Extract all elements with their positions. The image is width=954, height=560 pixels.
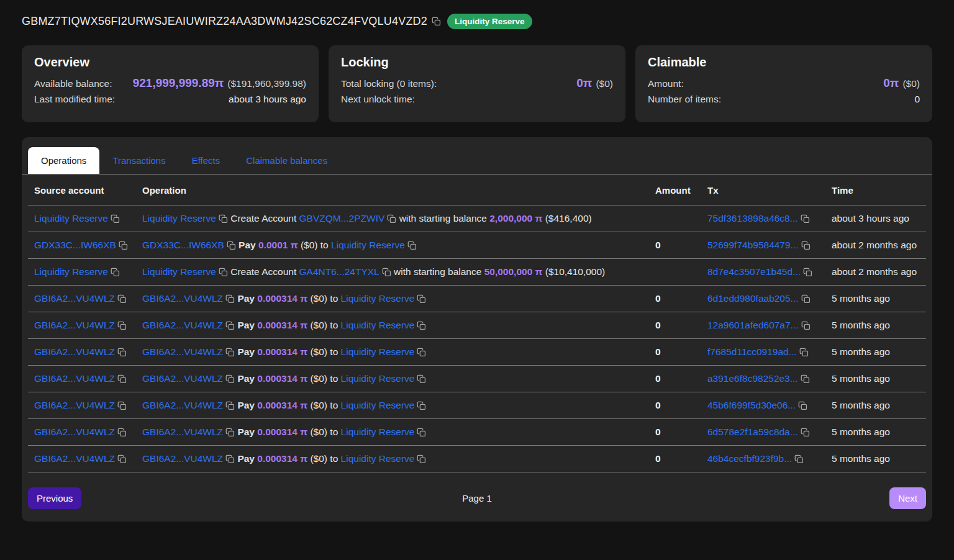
copy-icon[interactable] — [219, 268, 228, 277]
copy-icon[interactable] — [417, 348, 426, 357]
copy-icon[interactable] — [387, 214, 396, 224]
account-link[interactable]: GBI6A2...VU4WLZ — [142, 320, 223, 330]
account-link[interactable]: Liquidity Reserve — [341, 400, 415, 410]
table-row: GBI6A2...VU4WLZGBI6A2...VU4WLZ Pay 0.000… — [28, 286, 926, 312]
available-balance-usd: ($191,960,399.98) — [227, 78, 306, 89]
source-account-link[interactable]: GBI6A2...VU4WLZ — [34, 427, 115, 437]
operation-verb: Pay — [237, 346, 255, 357]
tx-link[interactable]: 52699f74b9584479... — [707, 240, 799, 250]
copy-icon[interactable] — [117, 321, 127, 330]
account-link[interactable]: GDX33C...IW66XB — [142, 240, 224, 250]
tx-link[interactable]: 45b6f699f5d30e06... — [707, 400, 796, 410]
copy-icon[interactable] — [117, 348, 127, 357]
source-account-link[interactable]: Liquidity Reserve — [34, 266, 108, 277]
account-link[interactable]: Liquidity Reserve — [142, 266, 216, 277]
copy-icon[interactable] — [798, 401, 807, 410]
locking-card-title: Locking — [341, 55, 613, 70]
copy-icon[interactable] — [801, 294, 811, 304]
account-link[interactable]: GBI6A2...VU4WLZ — [142, 427, 223, 437]
source-account-cell: GBI6A2...VU4WLZ — [28, 312, 136, 339]
copy-icon[interactable] — [417, 294, 426, 304]
copy-icon[interactable] — [417, 454, 426, 464]
available-balance-value-group: 921,999,999.89π($191,960,399.98) — [133, 76, 306, 90]
source-account-link[interactable]: GBI6A2...VU4WLZ — [34, 346, 115, 357]
copy-icon[interactable] — [227, 241, 236, 250]
account-link[interactable]: Liquidity Reserve — [341, 293, 415, 304]
copy-icon[interactable] — [225, 321, 235, 330]
tab-claimable-balances[interactable]: Claimable balances — [233, 147, 340, 174]
operation-text: ($0) — [310, 400, 327, 410]
tab-effects[interactable]: Effects — [179, 147, 234, 174]
tx-link[interactable]: 8d7e4c3507e1b45d... — [707, 266, 801, 277]
copy-icon[interactable] — [801, 428, 810, 437]
copy-icon[interactable] — [225, 348, 235, 357]
operation-verb: Pay — [237, 400, 255, 410]
copy-icon[interactable] — [382, 268, 391, 277]
copy-icon[interactable] — [417, 374, 426, 384]
copy-icon[interactable] — [417, 428, 426, 437]
source-account-link[interactable]: GBI6A2...VU4WLZ — [34, 373, 115, 384]
tx-link[interactable]: 6d578e2f1a59c8da... — [707, 427, 798, 437]
overview-card-title: Overview — [34, 55, 306, 70]
copy-icon[interactable] — [801, 374, 810, 384]
account-link[interactable]: GBI6A2...VU4WLZ — [142, 346, 223, 357]
copy-icon[interactable] — [225, 428, 235, 437]
copy-icon[interactable] — [801, 214, 810, 224]
source-account-link[interactable]: GBI6A2...VU4WLZ — [34, 320, 115, 330]
copy-icon[interactable] — [117, 294, 127, 304]
tx-link[interactable]: 46b4cecfbf923f9b... — [707, 453, 792, 464]
account-link[interactable]: GBVZQM...2PZWIV — [299, 213, 385, 224]
copy-icon[interactable] — [111, 214, 120, 224]
tab-operations[interactable]: Operations — [28, 147, 99, 174]
copy-icon[interactable] — [117, 374, 127, 384]
tx-link[interactable]: a391e6f8c98252e3... — [707, 373, 798, 384]
copy-icon[interactable] — [225, 294, 235, 304]
copy-icon[interactable] — [219, 214, 228, 224]
amount-cell: 0 — [649, 312, 701, 339]
copy-icon[interactable] — [117, 401, 127, 410]
copy-icon[interactable] — [803, 268, 812, 277]
copy-icon[interactable] — [117, 428, 127, 437]
account-link[interactable]: GBI6A2...VU4WLZ — [142, 373, 223, 384]
tab-transactions[interactable]: Transactions — [99, 147, 178, 174]
copy-icon[interactable] — [111, 268, 120, 277]
operation-cell: GBI6A2...VU4WLZ Pay 0.000314 π ($0) to L… — [136, 419, 649, 446]
copy-icon[interactable] — [417, 321, 426, 330]
account-link[interactable]: GBI6A2...VU4WLZ — [142, 293, 223, 304]
source-account-link[interactable]: GBI6A2...VU4WLZ — [34, 453, 115, 464]
copy-icon[interactable] — [801, 241, 811, 250]
copy-icon[interactable] — [799, 348, 809, 357]
account-link[interactable]: Liquidity Reserve — [142, 213, 216, 224]
account-link[interactable]: GBI6A2...VU4WLZ — [142, 400, 223, 410]
account-link[interactable]: Liquidity Reserve — [341, 427, 415, 437]
table-row: GBI6A2...VU4WLZGBI6A2...VU4WLZ Pay 0.000… — [28, 312, 926, 339]
next-button[interactable]: Next — [889, 487, 926, 509]
tx-link[interactable]: 75df3613898a46c8... — [707, 213, 798, 224]
copy-icon[interactable] — [417, 401, 426, 410]
account-link[interactable]: Liquidity Reserve — [341, 346, 415, 357]
source-account-link[interactable]: GBI6A2...VU4WLZ — [34, 400, 115, 410]
copy-icon[interactable] — [117, 454, 127, 464]
account-link[interactable]: Liquidity Reserve — [331, 240, 405, 250]
account-link[interactable]: Liquidity Reserve — [341, 320, 415, 330]
account-link[interactable]: GA4NT6...24TYXL — [299, 266, 379, 277]
copy-icon[interactable] — [801, 321, 811, 330]
account-link[interactable]: Liquidity Reserve — [341, 453, 415, 464]
source-account-link[interactable]: GBI6A2...VU4WLZ — [34, 293, 115, 304]
copy-icon[interactable] — [225, 401, 235, 410]
copy-icon[interactable] — [794, 454, 804, 464]
source-account-link[interactable]: GDX33C...IW66XB — [34, 240, 116, 250]
account-link[interactable]: GBI6A2...VU4WLZ — [142, 453, 223, 464]
copy-account-id-icon[interactable] — [432, 17, 441, 26]
account-link[interactable]: Liquidity Reserve — [341, 373, 415, 384]
copy-icon[interactable] — [225, 374, 235, 384]
copy-icon[interactable] — [407, 241, 417, 250]
source-account-link[interactable]: Liquidity Reserve — [34, 213, 108, 224]
tx-link[interactable]: f7685d11cc0919ad... — [707, 346, 797, 357]
tx-link[interactable]: 6d1edd980faab205... — [707, 293, 799, 304]
copy-icon[interactable] — [225, 454, 235, 464]
copy-icon[interactable] — [119, 241, 128, 250]
table-row: Liquidity ReserveLiquidity Reserve Creat… — [28, 259, 926, 286]
previous-button[interactable]: Previous — [28, 487, 81, 509]
tx-link[interactable]: 12a9601afed607a7... — [707, 320, 799, 330]
